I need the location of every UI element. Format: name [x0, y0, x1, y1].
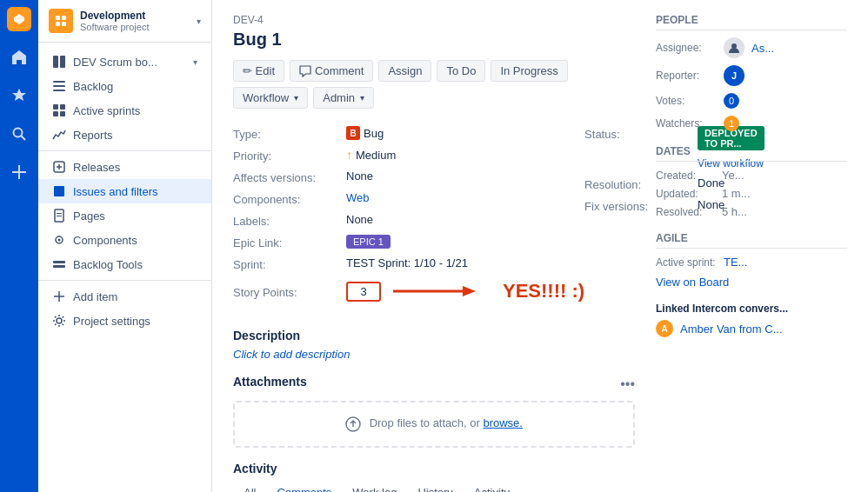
- linked-intercom-item[interactable]: A Amber Van from C...: [656, 320, 847, 337]
- svg-point-22: [58, 239, 61, 242]
- svg-rect-9: [53, 81, 65, 83]
- sidebar-item-board[interactable]: DEV Scrum bo... ▾: [38, 50, 211, 74]
- home-icon[interactable]: [7, 45, 31, 70]
- bug-icon: B: [346, 126, 360, 140]
- issue-toolbar: ✏ Edit Comment Assign To Do In Progress …: [233, 60, 635, 109]
- description-placeholder[interactable]: Click to add description: [233, 348, 635, 361]
- comment-button[interactable]: Comment: [290, 60, 373, 82]
- watchers-badge[interactable]: 1: [724, 116, 739, 131]
- tab-worklog[interactable]: Work log: [342, 481, 407, 492]
- svg-rect-3: [56, 16, 60, 20]
- project-info: Development Software project: [80, 10, 190, 32]
- people-section: People Assignee: As... Reporter: J Votes…: [656, 14, 847, 131]
- svg-point-25: [57, 318, 62, 323]
- comment-icon: [299, 65, 311, 77]
- assignee-field: Assignee: As...: [656, 37, 847, 58]
- affects-versions-field: Affects versions: None: [233, 166, 584, 188]
- global-nav: [0, 0, 38, 492]
- todo-button[interactable]: To Do: [437, 60, 485, 82]
- components-link[interactable]: Web: [346, 191, 370, 204]
- dates-title: Dates: [656, 145, 847, 162]
- sidebar-item-backlog[interactable]: Backlog: [38, 74, 211, 98]
- tab-all[interactable]: All: [233, 481, 266, 492]
- sidebar-item-pages-label: Pages: [73, 209, 105, 223]
- sprints-icon: [52, 103, 66, 117]
- edit-button[interactable]: ✏ Edit: [233, 60, 284, 82]
- votes-badge[interactable]: 0: [724, 93, 739, 109]
- resolved-field: Resolved: 5 h...: [656, 205, 847, 218]
- gear-icon: [52, 314, 66, 328]
- reporter-avatar: J: [724, 65, 744, 86]
- agile-section: Agile Active sprint: TE... View on Board: [656, 232, 847, 289]
- sidebar-item-backlog-tools[interactable]: Backlog Tools: [38, 252, 211, 276]
- linked-intercom-title: Linked Intercom convers...: [656, 303, 847, 315]
- in-progress-button[interactable]: In Progress: [491, 60, 567, 82]
- search-icon[interactable]: [7, 122, 31, 146]
- sidebar-item-pages[interactable]: Pages: [38, 203, 211, 228]
- svg-rect-7: [53, 56, 58, 68]
- workflow-button[interactable]: Workflow ▾: [233, 87, 308, 109]
- sidebar-item-add-item[interactable]: Add item: [38, 284, 211, 309]
- svg-rect-12: [53, 104, 58, 110]
- linked-intercom-text: Amber Van from C...: [680, 322, 783, 336]
- drop-zone[interactable]: Drop files to attach, or browse.: [233, 401, 635, 448]
- assignee-value[interactable]: As...: [751, 42, 774, 55]
- fields-left: Type: B Bug Priority: ↑ Medium: [233, 123, 584, 318]
- upload-icon: [345, 416, 361, 432]
- intercom-icon: A: [656, 320, 673, 337]
- updated-field: Updated: 1 m...: [656, 187, 847, 200]
- admin-button[interactable]: Admin ▾: [313, 87, 374, 109]
- create-icon[interactable]: [7, 160, 31, 184]
- story-points-value[interactable]: 3: [346, 282, 381, 302]
- tab-activity[interactable]: Activity: [464, 481, 520, 492]
- sidebar-item-issues-filters[interactable]: Issues and filters: [38, 179, 211, 203]
- logo-icon[interactable]: [7, 7, 31, 31]
- fields-container: Type: B Bug Priority: ↑ Medium: [233, 123, 635, 318]
- sidebar-item-active-sprints[interactable]: Active sprints: [38, 98, 211, 123]
- sidebar-item-releases[interactable]: Releases: [38, 155, 211, 179]
- view-on-board-link[interactable]: View on Board: [656, 276, 847, 289]
- tab-history[interactable]: History: [407, 481, 463, 492]
- components-field: Components: Web: [233, 188, 584, 209]
- attachments-title: Attachments: [233, 375, 307, 389]
- attachments-menu-icon[interactable]: •••: [620, 376, 635, 392]
- backlog-icon: [52, 79, 66, 93]
- issue-title[interactable]: Bug 1: [233, 30, 635, 50]
- sidebar-item-active-sprints-label: Active sprints: [73, 104, 140, 117]
- people-title: People: [656, 14, 847, 30]
- admin-chevron-icon: ▾: [360, 93, 364, 103]
- svg-rect-24: [53, 265, 65, 268]
- agile-title: Agile: [656, 232, 847, 249]
- board-chevron-icon: ▾: [193, 57, 197, 67]
- svg-marker-26: [463, 286, 476, 296]
- svg-rect-4: [62, 16, 66, 20]
- sidebar: Development Software project ▾ DEV Scrum…: [38, 0, 212, 492]
- tab-comments[interactable]: Comments: [266, 481, 342, 492]
- sidebar-item-components-label: Components: [73, 234, 137, 247]
- svg-rect-6: [62, 22, 66, 26]
- sidebar-item-releases-label: Releases: [73, 161, 120, 174]
- board-section-label: DEV Scrum bo...: [73, 56, 157, 69]
- sidebar-item-reports[interactable]: Reports: [38, 123, 211, 147]
- project-type: Software project: [80, 22, 190, 32]
- project-header[interactable]: Development Software project ▾: [38, 0, 211, 43]
- watchers-field: Watchers: 1: [656, 116, 847, 131]
- sidebar-item-project-settings-label: Project settings: [73, 315, 150, 328]
- add-item-icon: [52, 289, 66, 303]
- sidebar-item-components[interactable]: Components: [38, 228, 211, 252]
- sidebar-item-project-settings[interactable]: Project settings: [38, 309, 211, 333]
- sidebar-item-reports-label: Reports: [73, 129, 113, 142]
- issue-body: DEV-4 Bug 1 ✏ Edit Comment Assign To Do …: [233, 14, 635, 478]
- sidebar-item-issues-label: Issues and filters: [73, 185, 158, 198]
- sidebar-nav: DEV Scrum bo... ▾ Backlog Active sprints: [38, 43, 211, 340]
- project-name: Development: [80, 10, 190, 22]
- epic-badge[interactable]: EPIC 1: [346, 235, 391, 249]
- star-icon[interactable]: [7, 83, 31, 108]
- sprint-link[interactable]: TE...: [724, 256, 747, 269]
- priority-icon: ↑: [346, 148, 352, 162]
- browse-link[interactable]: browse.: [483, 416, 523, 429]
- svg-rect-11: [53, 90, 65, 91]
- nav-divider-2: [38, 280, 211, 281]
- assign-button[interactable]: Assign: [378, 60, 431, 82]
- votes-field: Votes: 0: [656, 93, 847, 109]
